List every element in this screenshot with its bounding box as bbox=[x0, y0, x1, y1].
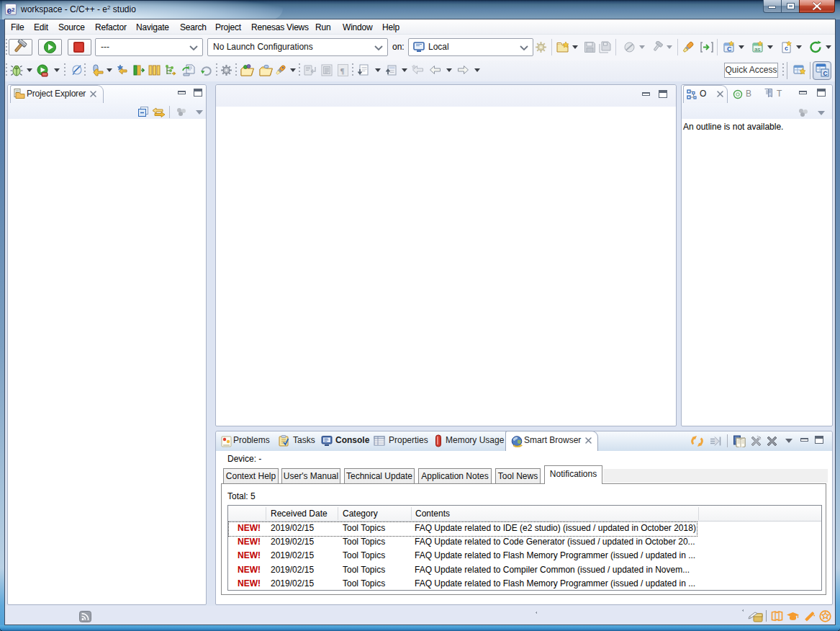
svg-text:C: C bbox=[727, 45, 732, 53]
svg-text:as: as bbox=[754, 46, 760, 53]
svg-text:C: C bbox=[823, 70, 828, 77]
svg-text:¶: ¶ bbox=[340, 66, 345, 75]
